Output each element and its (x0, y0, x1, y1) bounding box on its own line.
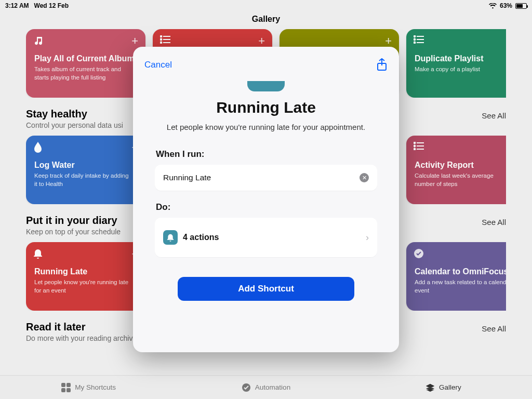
share-icon[interactable] (376, 58, 388, 72)
clear-text-icon[interactable]: ✕ (360, 173, 369, 182)
shortcut-detail-sheet: Cancel Running Late Let people know you'… (133, 47, 399, 352)
cancel-button[interactable]: Cancel (144, 60, 172, 70)
shortcut-title: Running Late (144, 99, 388, 116)
when-label: When I run: (156, 149, 388, 159)
do-label: Do: (156, 202, 388, 212)
bell-badge-icon (163, 230, 178, 245)
shortcut-description: Let people know you're running late for … (144, 123, 388, 131)
chevron-right-icon: › (366, 232, 369, 243)
when-value: Running Late (163, 173, 360, 182)
shortcut-hero-icon (247, 81, 285, 91)
do-actions-count: 4 actions (183, 233, 366, 242)
do-actions-row[interactable]: 4 actions › (155, 218, 377, 257)
add-shortcut-button[interactable]: Add Shortcut (178, 277, 354, 301)
when-i-run-field[interactable]: Running Late ✕ (155, 165, 377, 191)
